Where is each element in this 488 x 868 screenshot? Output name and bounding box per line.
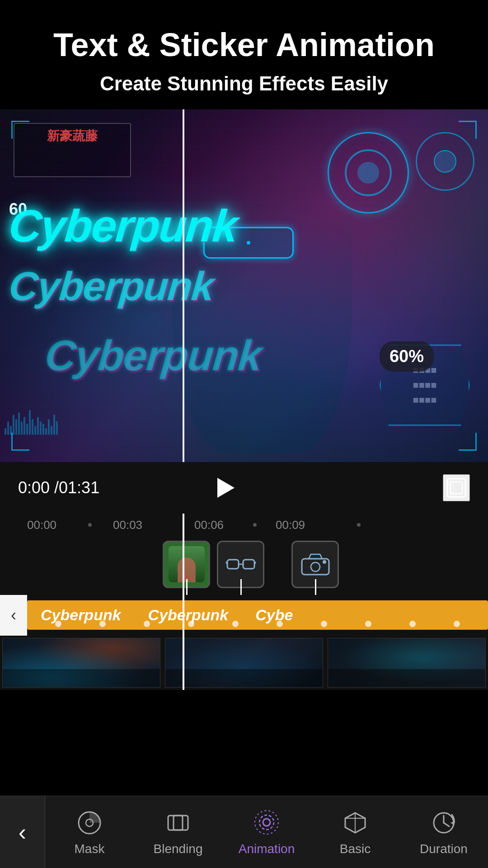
blending-label: Blending [154, 842, 203, 856]
fullscreen-icon [445, 476, 468, 499]
basic-label: Basic [340, 842, 371, 856]
duration-label: Duration [420, 842, 468, 856]
keyframe-dots [27, 621, 488, 627]
hud-circle-small [416, 132, 474, 191]
ruler-dot-2 [253, 523, 257, 527]
svg-point-9 [323, 560, 326, 564]
camera-icon [300, 552, 331, 577]
text-track-playhead [183, 595, 184, 636]
waveform [5, 408, 72, 435]
video-background: 新豪蔬藤 60 Cyberpunk Cyberpunk Cybe [0, 109, 488, 462]
mask-icon [75, 808, 104, 837]
header-section: Text & Sticker Animation Create Stunning… [0, 0, 488, 109]
toolbar-item-blending[interactable]: Blending [134, 796, 222, 868]
svg-rect-1 [450, 482, 462, 494]
time-ruler: 00:00 00:03 00:06 00:09 [0, 514, 488, 536]
ruler-dot-3 [357, 523, 361, 527]
ruler-mark-3: 00:09 [276, 518, 305, 532]
stickers-row [0, 536, 488, 595]
cyber-text-1: Cyberpunk [7, 200, 239, 252]
corner-bracket-bl [11, 433, 29, 451]
duration-icon [429, 808, 459, 837]
ruler-dot-1 [88, 523, 92, 527]
toolbar-item-mask[interactable]: Mask [45, 796, 134, 868]
toolbar-item-duration[interactable]: Duration [399, 796, 488, 868]
svg-point-16 [255, 811, 278, 834]
video-preview: 新豪蔬藤 60 Cyberpunk Cyberpunk Cybe [0, 109, 488, 462]
page-subtitle: Create Stunning Effects Easily [18, 72, 470, 96]
timeline-area[interactable]: 0:00 /01:31 00:00 00:03 00:06 00:09 [0, 462, 488, 625]
svg-point-14 [263, 819, 270, 826]
toolbar-item-basic[interactable]: Basic [311, 796, 399, 868]
percent-badge: 60% [380, 341, 434, 372]
sticker-row-playhead [183, 536, 184, 595]
play-icon [217, 478, 235, 498]
page-title: Text & Sticker Animation [18, 27, 470, 63]
animation-label: Animation [239, 842, 295, 856]
mask-label: Mask [75, 842, 105, 856]
blending-icon [164, 808, 193, 837]
text-track: ‹ Cyberpunk Cyberpunk Cybe [0, 595, 488, 636]
cyber-text-3: Cyberpunk [43, 331, 263, 380]
svg-point-15 [259, 815, 274, 830]
ruler-mark-2: 00:06 [194, 518, 224, 532]
fullscreen-button[interactable] [443, 474, 470, 501]
svg-line-22 [444, 823, 449, 826]
video-thumb-2 [165, 638, 323, 688]
play-button[interactable] [210, 472, 242, 504]
video-thumb-3 [328, 638, 486, 688]
svg-rect-12 [168, 816, 183, 830]
video-playhead [183, 109, 184, 462]
svg-point-8 [311, 562, 320, 571]
glasses-icon [225, 555, 257, 573]
bottom-back-button[interactable]: ‹ [0, 796, 45, 868]
video-thumb-1 [2, 638, 160, 688]
playback-bar: 0:00 /01:31 [0, 462, 488, 514]
bottom-toolbar: ‹ Mask Blending [0, 796, 488, 868]
svg-rect-3 [243, 560, 254, 569]
animation-icon [252, 808, 282, 837]
text-strip[interactable]: Cyberpunk Cyberpunk Cybe [27, 600, 488, 630]
time-display: 0:00 /01:31 [18, 478, 201, 497]
bottom-back-icon: ‹ [19, 819, 26, 846]
ruler-mark-0: 00:00 [27, 518, 56, 532]
svg-rect-2 [227, 560, 239, 569]
track-back-button[interactable]: ‹ [0, 595, 27, 636]
corner-bracket-br [459, 433, 477, 451]
basic-icon [341, 808, 370, 837]
video-strip [0, 636, 488, 690]
toolbar-item-animation[interactable]: Animation [222, 796, 311, 868]
ruler-playhead [183, 514, 184, 536]
ruler-mark-1: 00:03 [113, 518, 142, 532]
hud-box-topleft: 新豪蔬藤 [14, 123, 131, 177]
back-arrow-icon: ‹ [11, 606, 16, 625]
video-strip-playhead [183, 636, 184, 690]
svg-rect-13 [174, 816, 188, 830]
